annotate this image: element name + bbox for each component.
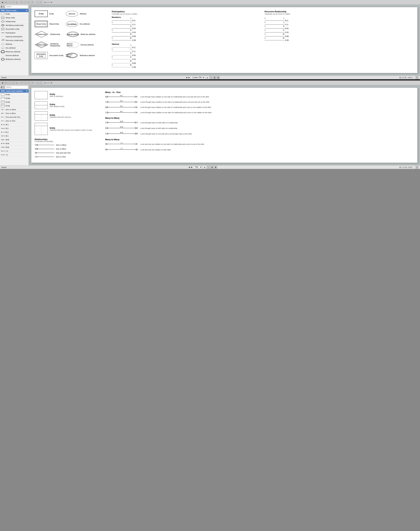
- derived-attr-icon: [1, 54, 5, 57]
- toolbar-btn-conn[interactable]: ⤢: [27, 1, 30, 4]
- cf-sidebar-mm-1[interactable]: M:M: [0, 138, 29, 142]
- sidebar-item-participation[interactable]: Participation: [0, 31, 29, 35]
- zoom-select-chens[interactable]: Custom 79% 50% 75% 100%: [191, 76, 205, 79]
- shape-relationship-label: Relationship: [50, 33, 65, 35]
- status-ready-cf: Ready: [1, 166, 7, 168]
- toolbar-btn-line[interactable]: /: [23, 1, 27, 4]
- cf-sidebar-grid-btn[interactable]: ⊞: [1, 86, 2, 89]
- cf-11-desc-2: a one and only one notation on both side…: [140, 149, 414, 151]
- cf-sidebar-m1-3[interactable]: M:1: [0, 130, 29, 134]
- cf-toolbar-btn-text[interactable]: T: [31, 81, 34, 85]
- cf-toolbar-btn-conn[interactable]: ⤢: [27, 81, 30, 85]
- sidebar-close-cf[interactable]: ✕: [26, 90, 28, 92]
- cf-sidebar-mm-3[interactable]: M:M: [0, 146, 29, 149]
- cf-nav-prev[interactable]: ◀: [189, 166, 190, 168]
- sidebar-crows-foot: ⊞ 🔍 ERD, crow's foot notation ✕ Entity: [0, 85, 29, 165]
- view-mode-slides[interactable]: ▣: [217, 76, 220, 79]
- cf-toolbar-btn-circle[interactable]: ○: [8, 81, 11, 85]
- sidebar-item-multivalue-attr[interactable]: Multivalue attribute: [0, 57, 29, 61]
- toolbar-btn-tri[interactable]: △: [15, 1, 18, 4]
- sidebar-item-weak-key-attr[interactable]: Weak key attribute: [0, 50, 29, 54]
- cf-sidebar-11-2[interactable]: 1:1: [0, 153, 29, 157]
- toolbar-btn-zoom-in[interactable]: 🔍: [35, 1, 39, 4]
- shape-definitions: Entity Entity Attribute Attribute Weak E…: [35, 11, 108, 70]
- cf-zero-more-icon: [1, 108, 5, 111]
- fullscreen-btn-chens[interactable]: ⊡: [415, 76, 419, 79]
- cf-zoom-up[interactable]: ▲: [204, 166, 205, 168]
- toolbar-btn-text[interactable]: T: [31, 1, 34, 4]
- sidebar-item-optional-part[interactable]: Optional participation: [0, 35, 29, 39]
- svg-point-38: [4, 132, 4, 133]
- cf-sidebar-label-entity-3: Entity: [6, 101, 10, 103]
- cf-view-mode-slides[interactable]: ▣: [214, 166, 217, 169]
- cf-nav-next[interactable]: ▶: [191, 166, 193, 168]
- cf-sidebar-entity-3[interactable]: Entity: [0, 100, 29, 104]
- cf-sidebar-m1-4[interactable]: M:1: [0, 134, 29, 138]
- cf-sidebar-zero-more[interactable]: Zero or More: [0, 108, 29, 112]
- cf-sidebar-m1-2[interactable]: M:1: [0, 127, 29, 130]
- cf-sidebar-search-btn[interactable]: 🔍: [3, 86, 5, 89]
- cf-sidebar-zero-one[interactable]: Zero or One: [0, 119, 29, 123]
- cf-view-mode-single[interactable]: ▪: [207, 166, 210, 169]
- cf-view-mode-grid[interactable]: ▦: [210, 166, 214, 169]
- zoom-up-chens[interactable]: ▲: [206, 77, 208, 79]
- sidebar-close-chens[interactable]: ✕: [26, 9, 28, 12]
- cf-sidebar-entity-1[interactable]: Entity: [0, 93, 29, 96]
- sidebar-item-relationship[interactable]: Relationship: [0, 20, 29, 23]
- cf-toolbar-btn-zoom-in[interactable]: 🔍: [35, 81, 39, 85]
- status-bar-chens: Ready ◀ ▶ Custom 79% 50% 75% 100% ▲ ▪ ▦ …: [0, 76, 420, 79]
- cf-sidebar-entity-2[interactable]: Entity: [0, 96, 29, 100]
- cf-toolbar-btn-tri[interactable]: △: [15, 81, 18, 85]
- svg-text:M:M: M:M: [120, 132, 123, 133]
- cf-sidebar-label-mm-1: M:M: [6, 139, 9, 141]
- sidebar-search-btn[interactable]: 🔍: [3, 5, 5, 8]
- nav-prev-chens[interactable]: ◀: [186, 76, 187, 79]
- sidebar-item-recursive-rel[interactable]: Recursive relationship: [0, 39, 29, 42]
- cf-sidebar-mm-2[interactable]: M:M: [0, 142, 29, 146]
- svg-line-115: [107, 113, 108, 114]
- sidebar-item-identifying-rel[interactable]: Identifying relationship: [0, 23, 29, 27]
- sidebar-grid-btn[interactable]: ⊞: [1, 5, 2, 8]
- cf-rel-label: Relationships: [35, 138, 100, 141]
- cf-toolbar-btn-cursor[interactable]: ↖: [20, 81, 23, 85]
- cf-entity-box-attrs: [35, 102, 48, 109]
- cf-toolbar-btn-line[interactable]: /: [23, 81, 27, 85]
- nav-next-chens[interactable]: ▶: [189, 76, 190, 79]
- cf-toolbar-btn-back[interactable]: ◀: [1, 81, 4, 85]
- zoom-select-cf[interactable]: 75% 50% 100%: [194, 166, 202, 169]
- toolbar-btn-square[interactable]: □: [12, 1, 15, 4]
- cf-sidebar-entity-4[interactable]: Entity: [0, 104, 29, 108]
- cf-sidebar-11-1[interactable]: 1:1: [0, 149, 29, 153]
- sidebar-item-attribute[interactable]: Attribute: [0, 42, 29, 46]
- cf-rel-sublabel: (Cardinality and Modality): [35, 141, 100, 142]
- cf-toolbar-btn-zoom-out[interactable]: 🔎: [39, 81, 42, 85]
- cf-m1-conn-1: M:1: [105, 95, 138, 98]
- search-input-cf[interactable]: [5, 86, 28, 89]
- sidebar-item-key-attr[interactable]: ̲ Key attribute: [0, 46, 29, 50]
- view-mode-single[interactable]: ▪: [209, 76, 213, 79]
- cf-toolbar-btn-square[interactable]: □: [12, 81, 15, 85]
- toolbar-btn-back[interactable]: ◀: [1, 1, 4, 4]
- cf-rel-zero-one: Zero or One: [35, 155, 100, 158]
- toolbar-btn-zoom-out[interactable]: 🔎: [39, 1, 42, 4]
- toolbar-btn-cursor[interactable]: ↖: [20, 1, 23, 4]
- cf-sidebar-one-only-one[interactable]: One and only One: [0, 115, 29, 119]
- cf-sidebar-one-more[interactable]: One or More: [0, 112, 29, 115]
- cf-sidebar-label-m1-3: M:1: [6, 131, 9, 133]
- optional-row-01: 1 (0:1): [112, 46, 261, 49]
- view-mode-grid[interactable]: ▦: [213, 76, 216, 79]
- toolbar-btn-circle[interactable]: ○: [8, 1, 11, 4]
- sidebar-label-weak-entity: Weak entity: [6, 17, 15, 19]
- shape-assoc-entity: Associative Entity: [35, 52, 48, 59]
- toolbar-btn-rect[interactable]: ▭: [4, 1, 8, 4]
- cf-sidebar-m1-1[interactable]: M:1: [0, 123, 29, 127]
- cf-toolbar-btn-rect[interactable]: ▭: [4, 81, 8, 85]
- fullscreen-btn-cf[interactable]: ⊡: [415, 166, 419, 169]
- sidebar-item-entity[interactable]: Entity: [0, 12, 29, 16]
- sidebar-item-weak-entity[interactable]: Weak entity: [0, 16, 29, 20]
- sidebar-item-derived-attr[interactable]: Derived attribute: [0, 54, 29, 57]
- cf-sidebar-label-zero-one: Zero or One: [6, 120, 15, 122]
- svg-marker-0: [1, 20, 4, 22]
- search-input-chens[interactable]: [5, 5, 28, 8]
- sidebar-item-assoc-entity[interactable]: Associative entity: [0, 27, 29, 31]
